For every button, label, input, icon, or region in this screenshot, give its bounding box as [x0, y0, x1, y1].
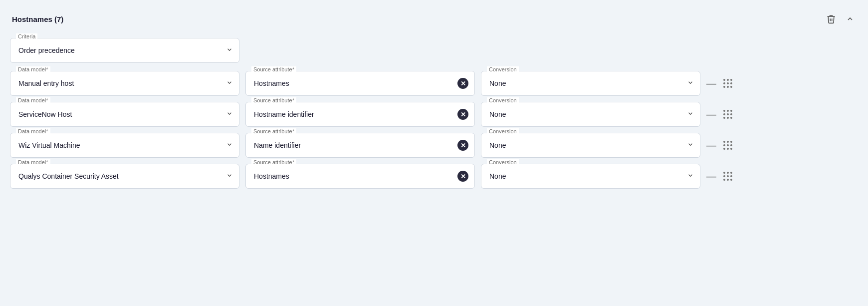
collapse-button[interactable] — [844, 13, 856, 25]
source-attr-value-2: Name identifier — [254, 141, 301, 149]
remove-row-1[interactable]: — — [706, 109, 716, 119]
data-model-value-3: Qualys Container Security Asset — [18, 172, 119, 180]
conversion-value-3: None — [489, 172, 506, 180]
source-attr-clear-2[interactable]: ✕ — [457, 140, 468, 151]
source-attr-clear-0[interactable]: ✕ — [457, 78, 468, 89]
source-attr-wrapper-2: Source attribute* Name identifier ✕ — [245, 133, 475, 158]
criteria-chevron-icon — [226, 46, 233, 55]
data-model-wrapper-0: Data model* Manual entry host — [10, 71, 239, 96]
data-model-label-2: Data model* — [16, 128, 50, 134]
data-model-label-0: Data model* — [16, 66, 50, 72]
data-model-value-2: Wiz Virtual Machine — [18, 141, 80, 149]
data-model-wrapper-1: Data model* ServiceNow Host — [10, 102, 239, 127]
table-row: Data model* Qualys Container Security As… — [10, 164, 858, 189]
row-actions-3: — — [706, 171, 732, 181]
conversion-value-0: None — [489, 79, 506, 87]
criteria-wrapper: Criteria Order precedence — [10, 38, 239, 63]
criteria-label: Criteria — [16, 33, 37, 39]
conversion-chevron-0 — [687, 79, 694, 88]
conversion-select-2[interactable]: None — [481, 133, 700, 158]
data-model-select-2[interactable]: Wiz Virtual Machine — [10, 133, 239, 158]
conversion-wrapper-1: Conversion None — [481, 102, 700, 127]
conversion-select-0[interactable]: None — [481, 71, 700, 96]
conversion-wrapper-0: Conversion None — [481, 71, 700, 96]
data-model-select-0[interactable]: Manual entry host — [10, 71, 239, 96]
hostnames-section: Hostnames (7) Criteria Order preced — [0, 0, 868, 203]
drag-handle-3[interactable] — [723, 172, 732, 181]
header-actions — [824, 12, 856, 26]
rows-container: Data model* Manual entry host Source att… — [10, 71, 858, 189]
row-actions-2: — — [706, 140, 732, 150]
row-actions-1: — — [706, 109, 732, 119]
conversion-value-1: None — [489, 110, 506, 118]
conversion-select-1[interactable]: None — [481, 102, 700, 127]
section-title: Hostnames (7) — [12, 15, 63, 23]
data-model-select-3[interactable]: Qualys Container Security Asset — [10, 164, 239, 189]
table-row: Data model* Wiz Virtual Machine Source a… — [10, 133, 858, 158]
criteria-select[interactable]: Order precedence — [10, 38, 239, 63]
source-attr-wrapper-1: Source attribute* Hostname identifier ✕ — [245, 102, 475, 127]
row-actions-0: — — [706, 78, 732, 88]
section-header: Hostnames (7) — [10, 8, 858, 30]
delete-button[interactable] — [824, 12, 838, 26]
source-attr-select-2[interactable]: Name identifier ✕ — [245, 133, 475, 158]
data-model-value-1: ServiceNow Host — [18, 110, 72, 118]
table-row: Data model* Manual entry host Source att… — [10, 71, 858, 96]
conversion-value-2: None — [489, 141, 506, 149]
data-model-chevron-1 — [226, 110, 233, 119]
source-attr-wrapper-3: Source attribute* Hostnames ✕ — [245, 164, 475, 189]
drag-handle-0[interactable] — [723, 79, 732, 88]
source-attr-select-0[interactable]: Hostnames ✕ — [245, 71, 475, 96]
conversion-wrapper-2: Conversion None — [481, 133, 700, 158]
conversion-label-0: Conversion — [487, 66, 519, 72]
data-model-wrapper-2: Data model* Wiz Virtual Machine — [10, 133, 239, 158]
source-attr-select-1[interactable]: Hostname identifier ✕ — [245, 102, 475, 127]
data-model-value-0: Manual entry host — [18, 79, 74, 87]
criteria-section: Criteria Order precedence — [10, 38, 858, 63]
conversion-chevron-1 — [687, 110, 694, 119]
conversion-wrapper-3: Conversion None — [481, 164, 700, 189]
source-attr-select-3[interactable]: Hostnames ✕ — [245, 164, 475, 189]
data-model-select-1[interactable]: ServiceNow Host — [10, 102, 239, 127]
source-attr-clear-1[interactable]: ✕ — [457, 109, 468, 120]
conversion-chevron-3 — [687, 172, 694, 181]
remove-row-2[interactable]: — — [706, 140, 716, 150]
source-attr-label-2: Source attribute* — [251, 128, 296, 134]
conversion-select-3[interactable]: None — [481, 164, 700, 189]
source-attr-label-3: Source attribute* — [251, 159, 296, 165]
data-model-label-1: Data model* — [16, 97, 50, 103]
conversion-chevron-2 — [687, 141, 694, 150]
remove-row-0[interactable]: — — [706, 78, 716, 88]
data-model-chevron-3 — [226, 172, 233, 181]
source-attr-value-1: Hostname identifier — [254, 110, 314, 118]
drag-handle-1[interactable] — [723, 110, 732, 119]
conversion-label-2: Conversion — [487, 128, 519, 134]
conversion-label-3: Conversion — [487, 159, 519, 165]
drag-handle-2[interactable] — [723, 141, 732, 150]
source-attr-label-0: Source attribute* — [251, 66, 296, 72]
data-model-label-3: Data model* — [16, 159, 50, 165]
source-attr-wrapper-0: Source attribute* Hostnames ✕ — [245, 71, 475, 96]
data-model-chevron-2 — [226, 141, 233, 150]
data-model-chevron-0 — [226, 79, 233, 88]
source-attr-value-0: Hostnames — [254, 79, 289, 87]
table-row: Data model* ServiceNow Host Source attri… — [10, 102, 858, 127]
source-attr-value-3: Hostnames — [254, 172, 289, 180]
conversion-label-1: Conversion — [487, 97, 519, 103]
criteria-value: Order precedence — [18, 46, 75, 54]
source-attr-clear-3[interactable]: ✕ — [457, 171, 468, 182]
data-model-wrapper-3: Data model* Qualys Container Security As… — [10, 164, 239, 189]
source-attr-label-1: Source attribute* — [251, 97, 296, 103]
remove-row-3[interactable]: — — [706, 171, 716, 181]
